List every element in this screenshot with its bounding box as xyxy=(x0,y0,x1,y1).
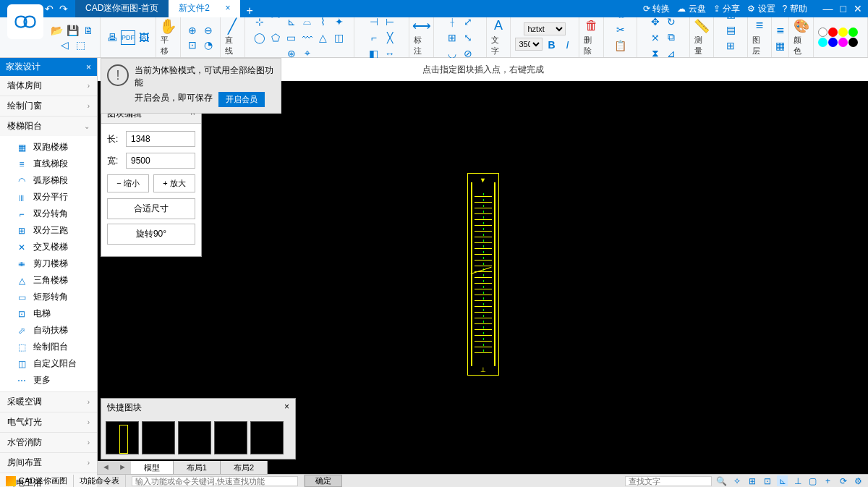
import-icon[interactable]: ⬚ xyxy=(73,38,88,52)
dim-tool-icon[interactable]: ⤢ xyxy=(461,14,475,29)
tab-home[interactable]: CAD迷你画图-首页 xyxy=(75,0,169,17)
dim-tool-icon[interactable]: ⊞ xyxy=(445,30,459,45)
draw-tool-icon[interactable]: ⬠ xyxy=(268,30,283,45)
stair-item-arc[interactable]: ◠弧形梯段 xyxy=(0,172,97,189)
stair-item-parallel[interactable]: ⫼双分平行 xyxy=(0,189,97,206)
mod-tool-icon[interactable]: ╳ xyxy=(383,30,397,45)
zoomwin-icon[interactable]: ⊡ xyxy=(185,38,200,52)
drawing-canvas[interactable]: 点击指定图块插入点，右键完成 ! 当前为体验模式，可试用全部绘图功能 开启会员，… xyxy=(98,58,868,474)
stair-item-rect-corner[interactable]: ▭矩形转角 xyxy=(0,289,97,305)
color-swatch[interactable] xyxy=(818,38,827,47)
export-icon[interactable]: ◁ xyxy=(57,38,72,52)
font-name-select[interactable]: hztxt xyxy=(524,22,566,35)
ok-button[interactable]: 确定 xyxy=(305,475,342,487)
stair-item-custom-balcony[interactable]: ◫自定义阳台 xyxy=(0,355,97,372)
tab-layout1[interactable]: 布局1 xyxy=(174,461,221,474)
accordion-elec[interactable]: 电气灯光› xyxy=(0,412,97,432)
search-text-input[interactable] xyxy=(625,476,712,486)
stair-item-escalator[interactable]: ⬀自动扶梯 xyxy=(0,322,97,339)
tab-layout2[interactable]: 布局2 xyxy=(221,461,268,474)
cut-icon[interactable]: ✂ xyxy=(613,22,628,37)
draw-tool-icon[interactable]: ⌒ xyxy=(268,14,283,29)
measure-tool-icon[interactable]: ▤ xyxy=(723,22,738,37)
cmd-table-button[interactable]: 功能命令表 xyxy=(74,475,126,487)
quick-thumb[interactable] xyxy=(214,421,247,454)
close-icon[interactable]: ✕ xyxy=(854,3,862,14)
cloud-button[interactable]: ☁ 云盘 xyxy=(677,3,705,15)
gear-icon[interactable]: ⚙ xyxy=(853,475,864,486)
zoom-out-button[interactable]: − 缩小 xyxy=(107,174,149,192)
maximize-icon[interactable]: □ xyxy=(841,3,846,14)
undo-icon[interactable]: ↶ xyxy=(45,3,54,14)
perp-icon[interactable]: ⊥ xyxy=(792,475,803,486)
transform-icon[interactable]: ✥ xyxy=(648,14,663,29)
quick-thumb[interactable] xyxy=(142,421,175,454)
stair-item-three-run[interactable]: ⊞双分三跑 xyxy=(0,222,97,239)
layer-tool-icon[interactable]: ▦ xyxy=(775,38,786,53)
refresh-icon[interactable]: ⟳ xyxy=(838,475,848,486)
draw-tool-icon[interactable]: ⊾ xyxy=(284,14,299,29)
length-input[interactable] xyxy=(126,131,195,147)
accordion-hvac[interactable]: 采暖空调› xyxy=(0,392,97,412)
convert-button[interactable]: ⟳ 转换 xyxy=(643,3,670,15)
color-swatch[interactable] xyxy=(848,27,858,37)
command-input[interactable] xyxy=(132,476,298,486)
draw-tool-icon[interactable]: 〰 xyxy=(300,30,315,45)
add-icon[interactable]: + xyxy=(822,475,833,486)
stair-item-balcony[interactable]: ⬚绘制阳台 xyxy=(0,339,97,355)
mod-tool-icon[interactable]: ⊢ xyxy=(383,14,397,29)
pdf-icon[interactable]: PDF xyxy=(121,30,135,45)
color-swatch[interactable] xyxy=(848,38,858,47)
print-icon[interactable]: 🖶 xyxy=(105,30,119,45)
stair-block-preview[interactable]: ▼ ⊥ xyxy=(467,173,499,376)
snap-icon[interactable]: ✧ xyxy=(731,475,742,486)
transform-icon[interactable]: ↻ xyxy=(664,14,678,29)
search-icon[interactable]: 🔍 xyxy=(716,475,727,486)
quick-thumb[interactable] xyxy=(178,421,211,454)
stair-item-triangle[interactable]: △三角楼梯 xyxy=(0,272,97,289)
transform-icon[interactable]: ⤧ xyxy=(648,30,663,45)
color-swatch[interactable] xyxy=(818,27,827,37)
app-logo[interactable] xyxy=(7,4,43,39)
paste-icon[interactable]: 📋 xyxy=(613,38,628,53)
draw-tool-icon[interactable]: △ xyxy=(316,30,331,45)
grid-icon[interactable]: ⊞ xyxy=(746,475,757,486)
quick-thumb[interactable] xyxy=(250,421,284,454)
quick-thumb[interactable] xyxy=(106,421,139,454)
open-vip-button[interactable]: 开启会员 xyxy=(218,92,265,107)
color-swatch[interactable] xyxy=(838,38,848,47)
quick-panel-close-icon[interactable]: × xyxy=(284,402,289,414)
draw-tool-icon[interactable]: ▭ xyxy=(284,30,299,45)
draw-tool-icon[interactable]: ◯ xyxy=(252,30,267,45)
accordion-water[interactable]: 水管消防› xyxy=(0,433,97,452)
line-icon[interactable]: ╱ xyxy=(225,19,239,33)
color-swatch[interactable] xyxy=(828,27,838,37)
mod-tool-icon[interactable]: ⊣ xyxy=(367,14,381,29)
zoomfit-icon[interactable]: ◔ xyxy=(201,38,216,52)
help-button[interactable]: ? 帮助 xyxy=(783,3,807,15)
measure-tool-icon[interactable]: ⊞ xyxy=(723,38,738,53)
tab-scroll-right-icon[interactable]: ► xyxy=(114,461,131,474)
stair-item-more[interactable]: ⋯更多 xyxy=(0,372,97,389)
color-icon[interactable]: 🎨 xyxy=(794,19,809,33)
layer-icon[interactable]: ≡ xyxy=(752,19,767,33)
pan-icon[interactable]: ✋ xyxy=(161,19,175,33)
mod-tool-icon[interactable]: ⌐ xyxy=(367,30,381,45)
stair-item-scissor[interactable]: ⩨剪刀楼梯 xyxy=(0,255,97,272)
fit-button[interactable]: 合适尺寸 xyxy=(107,198,195,219)
annotate-icon[interactable]: ⟷ xyxy=(414,19,429,33)
draw-tool-icon[interactable]: ⌓ xyxy=(300,14,315,29)
stair-item-straight[interactable]: ≡直线梯段 xyxy=(0,156,97,172)
italic-icon[interactable]: I xyxy=(560,38,574,52)
tab-file-active[interactable]: 新文件2 × xyxy=(169,0,240,17)
zoomin-icon[interactable]: ⊕ xyxy=(185,23,200,38)
screen-icon[interactable]: ▢ xyxy=(807,475,818,486)
measure-tool-icon[interactable]: ▦ xyxy=(723,7,738,21)
transform-icon[interactable]: ⧉ xyxy=(664,30,678,45)
grid2-icon[interactable]: ⊡ xyxy=(762,475,773,486)
tab-close-icon[interactable]: × xyxy=(225,3,230,13)
accordion-stairs[interactable]: 楼梯阳台⌄ xyxy=(0,117,97,136)
bold-icon[interactable]: B xyxy=(544,38,558,52)
accordion-walls[interactable]: 墙体房间› xyxy=(0,76,97,96)
stair-item-elevator[interactable]: ⊡电梯 xyxy=(0,305,97,322)
